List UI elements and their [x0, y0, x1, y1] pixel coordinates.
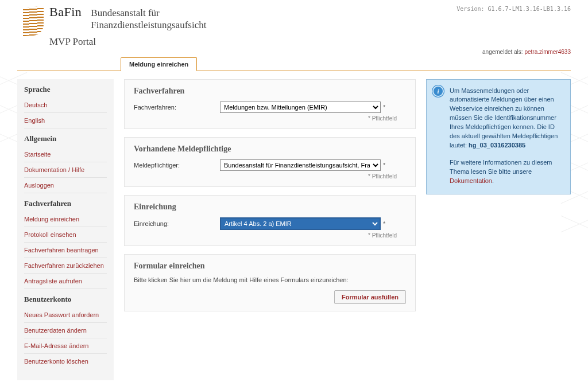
info-text: Um Massenmeldungen oder automatisierte M… [450, 87, 558, 149]
select-meldepflichtiger[interactable]: Bundesanstalt für Finanzdienstleistungsa… [220, 159, 381, 171]
brand-full: Bundesanstalt für Finanzdienstleistungsa… [91, 7, 206, 32]
panel-title: Fachverfahren [134, 87, 406, 96]
required-hint: * Pflichtfeld [134, 115, 406, 122]
required-hint: * Pflichtfeld [134, 173, 406, 180]
sidebar-item-neues-passwort[interactable]: Neues Passwort anfordern [24, 307, 107, 323]
side-head-sprache: Sprache [24, 85, 107, 94]
panel-title: Vorhandene Meldepflichtige [134, 145, 406, 154]
select-einreichung[interactable]: Artikel 4 Abs. 2 a) EMIR [220, 217, 381, 230]
side-head-fachverfahren: Fachverfahren [24, 199, 107, 208]
sidebar-item-meldung-einreichen[interactable]: Meldung einreichen [24, 212, 107, 227]
sidebar-item-deutsch[interactable]: Deutsch [24, 98, 107, 113]
field-label-meldepflichtiger: Meldepflichtiger: [134, 162, 220, 169]
login-status: angemeldet als: petra.zimmer4633 [0, 48, 588, 57]
sidebar-item-antragsliste[interactable]: Antragsliste aufrufen [24, 274, 107, 289]
required-hint: * Pflichtfeld [134, 232, 406, 239]
select-fachverfahren[interactable]: Meldungen bzw. Mitteilungen (EMIR) [220, 102, 381, 113]
panel-fachverfahren: Fachverfahren Fachverfahren: Meldungen b… [124, 79, 416, 129]
info-text-2: Für weitere Informationen zu diesem Them… [450, 159, 552, 175]
sidebar-item-fachverfahren-zurueckziehen[interactable]: Fachverfahren zurückziehen [24, 258, 107, 274]
sidebar-item-protokoll-einsehen[interactable]: Protokoll einsehen [24, 227, 107, 243]
portal-name: MVP Portal [49, 36, 206, 48]
bafin-logo [23, 6, 44, 37]
sidebar-item-english[interactable]: English [24, 113, 107, 128]
panel-meldepflichtige: Vorhandene Meldepflichtige Meldepflichti… [124, 137, 416, 187]
sidebar-item-ausloggen[interactable]: Ausloggen [24, 178, 107, 193]
form-instruction: Bitte klicken Sie hier um die Meldung mi… [134, 276, 406, 283]
required-asterisk: * [383, 220, 385, 227]
info-icon: i [432, 85, 444, 97]
sidebar-item-dokumentation[interactable]: Dokumentation / Hilfe [24, 162, 107, 178]
brand-short: BaFin [49, 5, 82, 20]
tab-meldung-einreichen[interactable]: Meldung einreichen [121, 57, 197, 71]
required-asterisk: * [383, 162, 385, 169]
side-head-benutzerkonto: Benutzerkonto [24, 295, 107, 304]
sidebar-item-benutzerkonto-loeschen[interactable]: Benutzerkonto löschen [24, 354, 107, 369]
field-label-fachverfahren: Fachverfahren: [134, 104, 220, 111]
login-user: petra.zimmer4633 [524, 49, 571, 55]
panel-einreichung: Einreichung Einreichung: Artikel 4 Abs. … [124, 195, 416, 246]
required-asterisk: * [383, 104, 385, 111]
sidebar-item-startseite[interactable]: Startseite [24, 147, 107, 162]
formular-ausfuellen-button[interactable]: Formular ausfüllen [334, 290, 406, 304]
sidebar-item-fachverfahren-beantragen[interactable]: Fachverfahren beantragen [24, 243, 107, 258]
sidebar-item-benutzerdaten-aendern[interactable]: Benutzerdaten ändern [24, 323, 107, 338]
panel-formular: Formular einreichen Bitte klicken Sie hi… [124, 254, 416, 311]
info-doc-link[interactable]: Dokumentation [450, 177, 492, 184]
sidebar-item-email-aendern[interactable]: E-Mail-Adresse ändern [24, 338, 107, 354]
panel-title: Formular einreichen [134, 262, 406, 271]
field-label-einreichung: Einreichung: [134, 220, 220, 227]
sidebar: Sprache Deutsch English Allgemein Starts… [17, 79, 114, 380]
panel-title: Einreichung [134, 202, 406, 212]
side-head-allgemein: Allgemein [24, 134, 107, 143]
info-box: i Um Massenmeldungen oder automatisierte… [426, 79, 571, 194]
version-label: Version: G1.6.7-LM1.3.16-LB1.3.16 [457, 5, 571, 12]
info-id-value: hg_03_0316230385 [469, 142, 525, 149]
